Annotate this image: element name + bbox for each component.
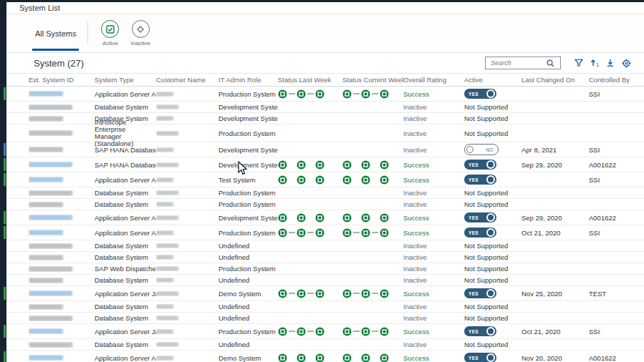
system-status-icon[interactable] (380, 89, 389, 99)
system-status-icon[interactable] (315, 353, 325, 362)
system-status-icon[interactable] (342, 89, 352, 99)
system-status-icon[interactable] (278, 175, 287, 185)
table-row[interactable]: SAP HANA DatabaseDevelopment SystemSucce… (6, 157, 644, 172)
system-status-icon[interactable] (361, 289, 370, 298)
sort-ascending-icon[interactable]: 1 (587, 57, 602, 69)
settings-icon[interactable] (618, 57, 634, 69)
active-toggle-on[interactable]: YES (464, 89, 496, 99)
system-status-icon[interactable] (342, 327, 352, 336)
system-status-icon[interactable] (361, 89, 370, 99)
table-row[interactable]: SAP HANA DatabaseDevelopment SystemInact… (6, 142, 644, 157)
system-status-icon[interactable] (361, 160, 370, 170)
column-header-last-changed-on[interactable]: Last Changed On (522, 76, 589, 84)
tab-inactive[interactable]: Inactive (130, 20, 150, 47)
system-status-icon[interactable] (380, 289, 389, 298)
system-status-icon[interactable] (278, 89, 287, 99)
system-status-icon[interactable] (380, 327, 389, 336)
system-status-icon[interactable] (361, 213, 370, 222)
system-status-icon[interactable] (297, 327, 306, 336)
system-status-icon[interactable] (278, 213, 287, 222)
system-status-icon[interactable] (297, 160, 306, 170)
system-status-icon[interactable] (278, 353, 287, 362)
export-icon[interactable] (602, 57, 618, 69)
system-status-icon[interactable] (315, 175, 325, 185)
table-row[interactable]: Application Server ABAPProduction System… (6, 225, 644, 240)
system-status-icon[interactable] (380, 353, 389, 362)
table-row[interactable]: Application Server ABAPTest SystemSucces… (6, 172, 644, 187)
system-status-icon[interactable] (361, 228, 370, 238)
system-status-icon[interactable] (297, 175, 306, 185)
table-row[interactable]: Database SystemUndefinedInactiveNot Supp… (6, 240, 644, 252)
system-status-icon[interactable] (297, 289, 306, 298)
table-row[interactable]: Introscope Enterprise Manager (Standalon… (6, 124, 644, 142)
system-status-icon[interactable] (315, 327, 325, 336)
system-status-icon[interactable] (361, 353, 370, 362)
system-status-icon[interactable] (278, 160, 287, 170)
column-header-controlled-by[interactable]: Controlled By (589, 76, 644, 84)
system-status-icon[interactable] (380, 213, 389, 222)
column-header-overall-rating[interactable]: Overall Rating (403, 76, 464, 84)
system-status-icon[interactable] (297, 89, 306, 99)
active-toggle-on[interactable]: YES (464, 353, 496, 362)
active-toggle-on[interactable]: YES (464, 212, 496, 222)
column-header-status-last-week[interactable]: Status Last Week (278, 76, 342, 84)
active-toggle-on[interactable]: YES (464, 288, 496, 298)
table-row[interactable]: Database SystemUndefinedInactiveNot Supp… (6, 252, 644, 263)
tab-active[interactable]: Active (101, 20, 119, 47)
system-status-icon[interactable] (380, 160, 389, 170)
system-status-icon[interactable] (315, 160, 325, 170)
active-toggle-on[interactable]: YES (464, 326, 496, 336)
active-toggle-on[interactable]: YES (464, 160, 496, 170)
table-row[interactable]: Database SystemDevelopment SystemInactiv… (6, 102, 644, 113)
system-status-icon[interactable] (342, 289, 352, 298)
column-header-ext-system-id[interactable]: Ext. System ID (29, 76, 95, 84)
table-row[interactable]: Database SystemProduction SystemInactive… (6, 199, 644, 210)
tab-all-systems[interactable]: All Systems (27, 14, 85, 52)
system-status-icon[interactable] (342, 160, 352, 170)
system-status-icon[interactable] (342, 228, 352, 238)
search-icon[interactable] (547, 59, 554, 67)
column-header-system-type[interactable]: System Type (95, 76, 156, 84)
column-header-active[interactable]: Active (464, 76, 522, 84)
system-status-icon[interactable] (278, 228, 287, 238)
search-input[interactable] (489, 59, 547, 67)
system-status-icon[interactable] (380, 175, 389, 185)
table-row[interactable]: SAP Web DispatcherProduction SystemInact… (6, 263, 644, 275)
table-row[interactable]: Application Server ABAPDevelopment Syste… (6, 210, 644, 225)
table-row[interactable]: Application Server JavaDemo SystemSucces… (6, 286, 644, 301)
table-row[interactable]: Database SystemProduction SystemInactive… (6, 187, 644, 199)
system-status-icon[interactable] (361, 327, 370, 336)
system-status-icon[interactable] (315, 89, 325, 99)
system-status-icon[interactable] (278, 289, 287, 298)
system-status-icon[interactable] (380, 228, 389, 238)
active-toggle-off[interactable]: NO (464, 144, 499, 155)
system-status-icon[interactable] (297, 213, 306, 222)
active-toggle-on[interactable]: YES (464, 175, 496, 185)
active-toggle-on[interactable]: YES (464, 228, 496, 238)
system-status-icon[interactable] (342, 175, 352, 185)
table-row[interactable]: Database SystemUndefinedInactiveNot Supp… (6, 275, 644, 286)
system-status-icon[interactable] (361, 175, 370, 185)
system-status-icon[interactable] (315, 228, 325, 238)
system-status-icon[interactable] (342, 213, 352, 222)
column-header-status-current-week[interactable]: Status Current Week (342, 76, 403, 84)
search-field[interactable] (485, 57, 561, 69)
table-row[interactable]: Application Server JavaProduction System… (6, 324, 644, 339)
table-row[interactable]: Database SystemUndefinedInactiveNot Supp… (6, 339, 644, 351)
redacted-system-id (29, 162, 72, 167)
system-status-icon[interactable] (315, 213, 325, 222)
it-admin-role-cell: Production System (218, 328, 278, 336)
system-status-icon[interactable] (297, 228, 306, 238)
system-status-icon[interactable] (278, 327, 287, 336)
redacted-system-id (29, 104, 72, 110)
column-header-it-admin-role[interactable]: IT Admin Role (218, 76, 278, 84)
system-status-icon[interactable] (297, 353, 306, 362)
filter-icon[interactable] (571, 57, 587, 69)
column-header-customer-name[interactable]: Customer Name (156, 76, 218, 84)
table-row[interactable]: Database SystemUndefinedInactiveNot Supp… (6, 313, 644, 324)
table-row[interactable]: Application Server ABAPProduction System… (6, 87, 644, 102)
system-status-icon[interactable] (315, 289, 325, 298)
system-status-icon[interactable] (342, 353, 352, 362)
table-row[interactable]: Application Server ABAPDemo SystemSucces… (6, 351, 644, 362)
table-row[interactable]: Database SystemUndefinedInactiveNot Supp… (6, 301, 644, 313)
